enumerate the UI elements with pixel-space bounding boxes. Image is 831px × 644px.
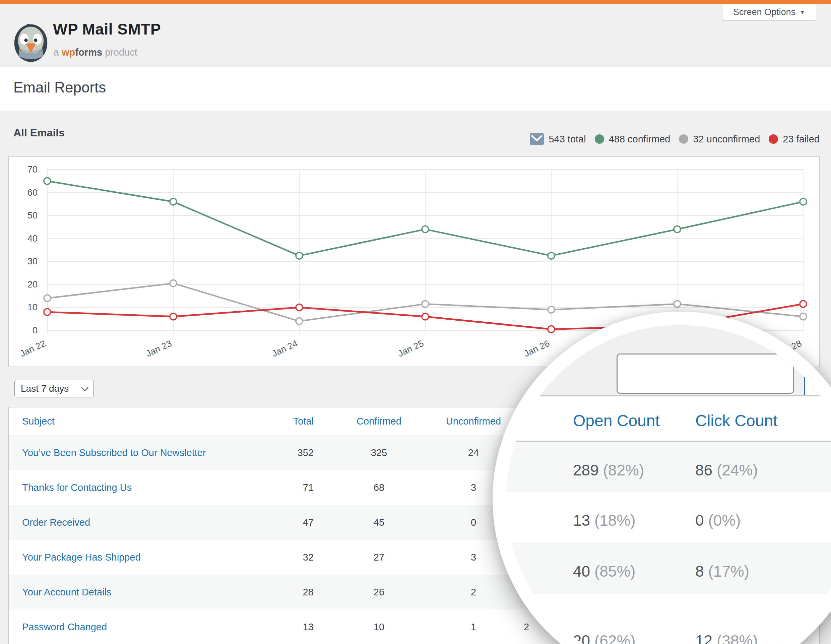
count: 40 <box>573 563 590 580</box>
red-dot-icon <box>769 134 778 144</box>
data-point-confirmed <box>800 198 807 205</box>
magnified-header-row: Open Count Click Count <box>506 396 831 442</box>
data-point-failed <box>800 301 807 307</box>
open-count-value: 40 (85%) <box>573 562 636 580</box>
legend-label: 32 unconfirmed <box>693 134 760 145</box>
subject-link[interactable]: Your Package Has Shipped <box>22 540 141 575</box>
gray-dot-icon <box>679 134 688 144</box>
legend-label: 488 confirmed <box>609 134 670 145</box>
count: 12 <box>695 632 712 644</box>
total-value: 28 <box>240 575 314 609</box>
confirmed-value: 68 <box>345 470 412 505</box>
total-value: 352 <box>240 435 314 470</box>
subject-link[interactable]: Your Account Details <box>22 575 111 609</box>
y-axis-tick: 50 <box>12 210 38 221</box>
legend-label: 543 total <box>549 134 586 145</box>
legend-label: 23 failed <box>783 134 820 145</box>
percent: (24%) <box>717 461 758 479</box>
screen-options-label: Screen Options <box>733 7 796 17</box>
legend-item-failed: 23 failed <box>769 134 820 145</box>
data-point-unconfirmed <box>674 301 681 307</box>
y-axis-tick: 10 <box>12 302 38 313</box>
date-range-select[interactable]: Last 7 days <box>14 380 94 398</box>
y-axis-tick: 0 <box>12 325 38 336</box>
data-point-failed <box>422 313 428 320</box>
y-axis-tick: 60 <box>12 188 38 198</box>
percent: (82%) <box>603 461 644 479</box>
count: 86 <box>695 461 712 479</box>
y-axis-tick: 30 <box>12 256 38 267</box>
count: 13 <box>573 512 590 529</box>
top-accent-bar <box>0 0 831 4</box>
percent: (62%) <box>594 632 636 644</box>
magnified-row: 289 (82%) 86 (24%) <box>506 442 831 492</box>
data-point-unconfirmed <box>296 318 302 325</box>
magnified-row: 20 (62%) 12 (38%) <box>506 594 831 644</box>
email-reports-page: { "top": { "screen_options": "Screen Opt… <box>0 0 831 644</box>
count: 289 <box>573 461 599 479</box>
data-point-failed <box>44 308 51 315</box>
click-count-value: 12 (38%) <box>695 631 758 644</box>
data-point-confirmed <box>170 198 177 205</box>
confirmed-value: 26 <box>345 575 412 609</box>
confirmed-value: 325 <box>345 435 412 470</box>
subject-link[interactable]: You’ve Been Subscribed to Our Newsletter <box>22 435 206 470</box>
open-count-value: 13 (18%) <box>573 511 636 530</box>
byline-brand-wp: wp <box>62 47 75 58</box>
data-point-confirmed <box>296 252 302 259</box>
data-point-failed <box>548 326 554 333</box>
subject-link[interactable]: Order Received <box>22 505 90 540</box>
column-header-open-count[interactable]: Open Count <box>573 412 660 430</box>
column-header-total[interactable]: Total <box>240 407 314 435</box>
y-axis-tick: 20 <box>12 280 38 290</box>
count: 8 <box>695 563 704 580</box>
click-count-value: 0 (0%) <box>695 511 741 530</box>
click-count-value: 86 (24%) <box>695 461 758 479</box>
count: 0 <box>695 512 704 529</box>
magnified-row: 40 (85%) 8 (17%) <box>506 542 831 594</box>
chevron-down-icon <box>81 384 89 392</box>
confirmed-value: 45 <box>345 505 412 540</box>
y-axis-tick: 40 <box>12 234 38 244</box>
column-header-subject[interactable]: Subject <box>22 407 55 435</box>
total-value: 13 <box>240 609 314 644</box>
subject-link[interactable]: Thanks for Contacting Us <box>22 470 132 505</box>
search-input-magnified[interactable] <box>616 353 794 394</box>
data-point-unconfirmed <box>422 301 428 307</box>
screen-options-button[interactable]: Screen Options ▼ <box>722 4 816 21</box>
subject-link[interactable]: Password Changed <box>22 609 107 644</box>
data-point-failed <box>296 304 302 311</box>
legend-item-confirmed: 488 confirmed <box>595 134 670 145</box>
percent: (85%) <box>594 563 636 580</box>
chart-legend: 543 total 488 confirmed 32 unconfirmed 2… <box>503 131 820 148</box>
legend-item-total: 543 total <box>530 133 586 145</box>
plugin-header: WP Mail SMTP a wpforms product <box>0 4 831 67</box>
data-point-unconfirmed <box>44 295 51 302</box>
app-title: WP Mail SMTP <box>53 20 161 38</box>
magnified-row: 13 (18%) 0 (0%) <box>506 492 831 542</box>
percent: (0%) <box>708 512 740 529</box>
data-point-unconfirmed <box>170 280 177 286</box>
data-point-confirmed <box>674 226 681 232</box>
confirmed-value: 27 <box>345 540 412 575</box>
byline: a wpforms product <box>54 47 137 58</box>
column-header-unconfirmed[interactable]: Unconfirmed <box>440 407 507 435</box>
percent: (17%) <box>708 563 749 580</box>
total-value: 47 <box>240 505 314 540</box>
section-title: All Emails <box>13 127 65 139</box>
percent: (38%) <box>717 632 758 644</box>
column-header-confirmed[interactable]: Confirmed <box>345 407 412 435</box>
envelope-icon <box>530 133 544 145</box>
open-count-value: 20 (62%) <box>573 631 636 644</box>
data-point-confirmed <box>44 178 51 184</box>
data-point-confirmed <box>422 226 428 232</box>
data-point-confirmed <box>548 252 554 259</box>
data-point-unconfirmed <box>800 313 807 320</box>
open-count-value: 289 (82%) <box>573 461 644 479</box>
title-band: Email Reports <box>0 67 831 111</box>
column-header-click-count[interactable]: Click Count <box>695 412 777 430</box>
magnified-table: Open Count Click Count 289 (82%) 86 (24%… <box>506 395 831 644</box>
wp-mail-smtp-pigeon-logo <box>14 22 48 63</box>
green-dot-icon <box>595 134 604 144</box>
count: 20 <box>573 632 590 644</box>
